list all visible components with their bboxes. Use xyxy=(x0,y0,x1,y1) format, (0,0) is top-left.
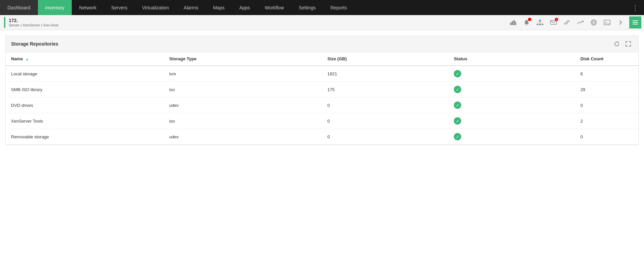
svg-line-9 xyxy=(538,21,540,24)
table-header-row: Name ▲ Storage Type Size (GB) Status Dis… xyxy=(6,52,638,66)
panel-title: Storage Repositories xyxy=(11,41,58,47)
nav-item-reports[interactable]: Reports xyxy=(323,0,354,15)
table-row: XenServer Toolsiso0✓2 xyxy=(6,113,638,129)
toolbar-icons: ! xyxy=(507,16,644,28)
device-breadcrumb: Server | XenServer | Xen-Host xyxy=(9,23,58,27)
nav-item-alarms[interactable]: Alarms xyxy=(176,0,206,15)
nav-item-dashboard[interactable]: Dashboard xyxy=(0,0,38,15)
cell-size: 0 xyxy=(322,113,448,129)
hamburger-menu-button[interactable] xyxy=(629,16,641,28)
cell-size: 1821 xyxy=(322,66,448,82)
content-area: Storage Repositories xyxy=(0,36,644,145)
cell-disk-count: 29 xyxy=(575,82,638,97)
svg-rect-5 xyxy=(539,20,541,21)
cell-storage-type: iso xyxy=(164,113,322,129)
cell-status: ✓ xyxy=(448,66,575,82)
nav-item-settings[interactable]: Settings xyxy=(291,0,323,15)
cell-disk-count: 6 xyxy=(575,66,638,82)
nav-item-workflow[interactable]: Workflow xyxy=(257,0,291,15)
email-icon[interactable]: ! xyxy=(547,16,559,28)
link-icon[interactable] xyxy=(561,16,573,28)
status-ok-icon: ✓ xyxy=(454,133,461,140)
svg-line-11 xyxy=(540,21,543,24)
alerts-icon[interactable] xyxy=(521,16,533,28)
svg-rect-7 xyxy=(539,24,541,25)
chart-icon[interactable] xyxy=(507,16,519,28)
device-info: 172. Server | XenServer | Xen-Host xyxy=(9,18,58,27)
storage-repositories-panel: Storage Repositories xyxy=(5,36,639,145)
nav-item-apps[interactable]: Apps xyxy=(232,0,257,15)
cell-storage-type: udev xyxy=(164,129,322,145)
svg-rect-8 xyxy=(542,24,543,25)
table-row: SMB ISO libraryiso175✓29 xyxy=(6,82,638,97)
cell-status: ✓ xyxy=(448,82,575,97)
globe-icon[interactable] xyxy=(588,16,600,28)
cell-name: Local storage xyxy=(6,66,164,82)
status-ok-icon: ✓ xyxy=(454,86,461,93)
svg-rect-1 xyxy=(512,21,513,25)
terminal-icon[interactable] xyxy=(601,16,613,28)
cell-storage-type: iso xyxy=(164,82,322,97)
cell-status: ✓ xyxy=(448,113,575,129)
status-ok-icon: ✓ xyxy=(454,70,461,77)
cell-disk-count: 0 xyxy=(575,97,638,113)
table-row: Local storagelvm1821✓6 xyxy=(6,66,638,82)
status-ok-icon: ✓ xyxy=(454,117,461,125)
cell-disk-count: 0 xyxy=(575,129,638,145)
cell-status: ✓ xyxy=(448,97,575,113)
svg-rect-19 xyxy=(604,20,610,25)
more-options-button[interactable]: ⋮ xyxy=(627,0,644,15)
trending-icon[interactable] xyxy=(574,16,586,28)
cell-status: ✓ xyxy=(448,129,575,145)
cell-size: 0 xyxy=(322,97,448,113)
status-indicator xyxy=(4,17,5,28)
cell-disk-count: 2 xyxy=(575,113,638,129)
cell-size: 175 xyxy=(322,82,448,97)
alerts-badge xyxy=(528,18,531,21)
cell-name: SMB ISO library xyxy=(6,82,164,97)
svg-rect-3 xyxy=(515,22,516,25)
nav-item-network[interactable]: Network xyxy=(72,0,104,15)
refresh-button[interactable] xyxy=(612,39,622,49)
device-ip: 172. xyxy=(9,18,58,23)
panel-actions xyxy=(612,39,633,49)
nav-item-inventory[interactable]: Inventory xyxy=(38,0,72,15)
cell-name: Removable storage xyxy=(6,129,164,145)
chevron-right-icon[interactable] xyxy=(614,16,627,28)
cell-storage-type: lvm xyxy=(164,66,322,82)
col-header-disk-count[interactable]: Disk Count xyxy=(575,52,638,66)
nav-item-virtualization[interactable]: Virtualization xyxy=(135,0,176,15)
cell-name: DVD drives xyxy=(6,97,164,113)
cell-size: 0 xyxy=(322,129,448,145)
panel-header: Storage Repositories xyxy=(6,36,638,52)
table-row: DVD drivesudev0✓0 xyxy=(6,97,638,113)
device-header: 172. Server | XenServer | Xen-Host xyxy=(0,15,644,30)
col-header-name[interactable]: Name ▲ xyxy=(6,52,164,66)
nav-item-maps[interactable]: Maps xyxy=(206,0,232,15)
col-header-storage-type[interactable]: Storage Type xyxy=(164,52,322,66)
svg-rect-2 xyxy=(514,20,515,25)
status-ok-icon: ✓ xyxy=(454,101,461,109)
col-header-size[interactable]: Size (GB) xyxy=(322,52,448,66)
top-navigation: Dashboard Inventory Network Servers Virt… xyxy=(0,0,644,15)
network-topology-icon[interactable] xyxy=(534,16,546,28)
email-badge: ! xyxy=(555,18,558,21)
expand-button[interactable] xyxy=(624,39,633,49)
col-header-status[interactable]: Status xyxy=(448,52,575,66)
svg-point-4 xyxy=(526,24,527,25)
cell-name: XenServer Tools xyxy=(6,113,164,129)
svg-rect-0 xyxy=(510,22,512,25)
sort-asc-icon: ▲ xyxy=(25,57,29,61)
cell-storage-type: udev xyxy=(164,97,322,113)
svg-rect-6 xyxy=(537,24,538,25)
nav-item-servers[interactable]: Servers xyxy=(104,0,135,15)
storage-table: Name ▲ Storage Type Size (GB) Status Dis… xyxy=(6,52,638,145)
table-row: Removable storageudev0✓0 xyxy=(6,129,638,145)
